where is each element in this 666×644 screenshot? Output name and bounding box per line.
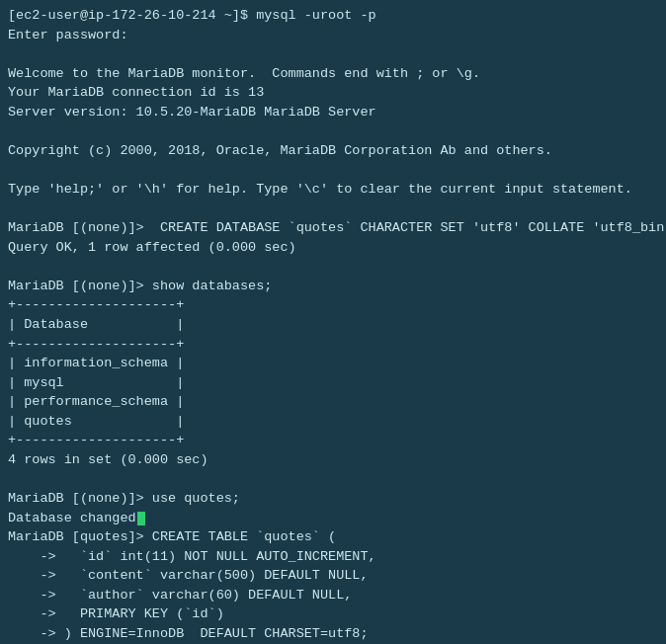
- blank-line-6: [8, 470, 658, 490]
- server-version-line: Server version: 10.5.20-MariaDB MariaDB …: [8, 103, 658, 122]
- terminal-cursor: [137, 512, 145, 525]
- table-row-performance-schema: | performance_schema |: [8, 392, 658, 412]
- create-table-engine-line: -> ) ENGINE=InnoDB DEFAULT CHARSET=utf8;: [8, 624, 658, 644]
- blank-line-3: [8, 161, 658, 181]
- table-top-line: +--------------------+: [8, 295, 658, 315]
- blank-line-2: [8, 121, 658, 141]
- welcome-line: Welcome to the MariaDB monitor. Commands…: [8, 64, 658, 84]
- terminal-window: [ec2-user@ip-172-26-10-214 ~]$ mysql -ur…: [0, 0, 666, 644]
- copyright-line: Copyright (c) 2000, 2018, Oracle, MariaD…: [8, 141, 658, 161]
- create-table-id-line: -> `id` int(11) NOT NULL AUTO_INCREMENT,: [8, 547, 658, 567]
- cmd-line: [ec2-user@ip-172-26-10-214 ~]$ mysql -ur…: [8, 6, 658, 26]
- use-quotes-cmd-line: MariaDB [(none)]> use quotes;: [8, 489, 658, 509]
- blank-line-4: [8, 200, 658, 219]
- create-db-cmd-line: MariaDB [(none)]> CREATE DATABASE `quote…: [8, 218, 658, 238]
- blank-line-5: [8, 257, 658, 277]
- show-db-cmd-line: MariaDB [(none)]> show databases;: [8, 277, 658, 296]
- table-header-line: | Database |: [8, 315, 658, 335]
- table-bot-line: +--------------------+: [8, 431, 658, 450]
- create-table-author-line: -> `author` varchar(60) DEFAULT NULL,: [8, 586, 658, 605]
- table-row-information-schema: | information_schema |: [8, 354, 658, 373]
- create-db-result-line: Query OK, 1 row affected (0.000 sec): [8, 238, 658, 258]
- db-changed-line: Database changed: [8, 509, 658, 528]
- enter-password-line: Enter password:: [8, 26, 658, 45]
- create-table-content-line: -> `content` varchar(500) DEFAULT NULL,: [8, 566, 658, 586]
- table-sep-line: +--------------------+: [8, 335, 658, 355]
- rows-in-set-line: 4 rows in set (0.000 sec): [8, 450, 658, 470]
- blank-line-1: [8, 44, 658, 64]
- create-table-pk-line: -> PRIMARY KEY (`id`): [8, 604, 658, 624]
- table-row-quotes: | quotes |: [8, 412, 658, 432]
- conn-id-line: Your MariaDB connection id is 13: [8, 83, 658, 103]
- help-hint-line: Type 'help;' or '\h' for help. Type '\c'…: [8, 180, 658, 200]
- table-row-mysql: | mysql |: [8, 373, 658, 393]
- create-table-cmd-line: MariaDB [quotes]> CREATE TABLE `quotes` …: [8, 527, 658, 547]
